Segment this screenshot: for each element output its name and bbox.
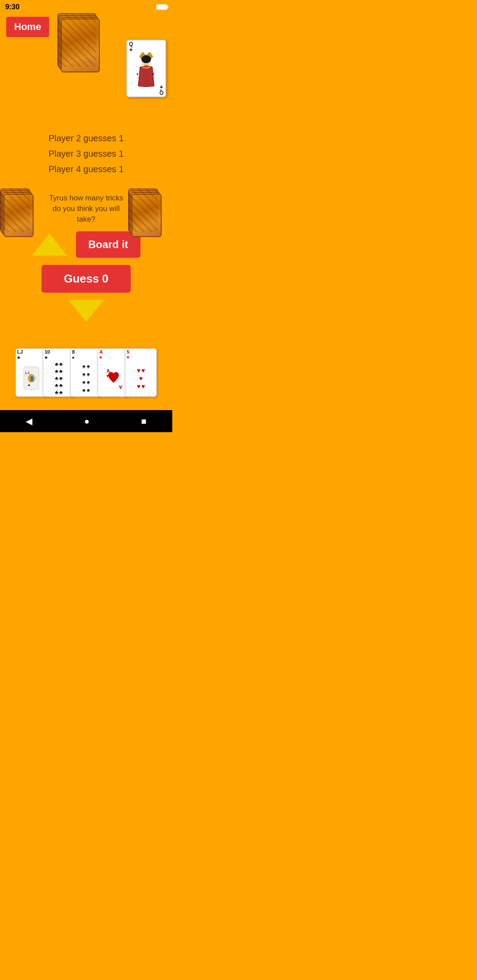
svg-text:👤: 👤 (29, 376, 35, 381)
card-figure: ♠♠ ♠♠ ♠♠ ♠♠ (71, 360, 102, 396)
top-area: Home Q♠ (0, 13, 172, 119)
guesses-area: Player 2 guesses 1 Player 3 guesses 1 Pl… (0, 119, 172, 188)
guess-display-button[interactable]: Guess 0 (42, 265, 130, 293)
card-rank: 10 (43, 349, 74, 355)
svg-text:A: A (119, 384, 122, 390)
queen-card: Q♠ ♠ ♠ (126, 40, 166, 97)
svg-point-2 (141, 55, 151, 63)
svg-point-6 (147, 61, 148, 63)
card-rank: A (98, 349, 129, 355)
nav-bar: ◀ ● ■ (0, 410, 172, 432)
player2-guess: Player 2 guesses 1 (0, 133, 172, 143)
down-arrow[interactable] (68, 300, 104, 322)
card-suit: ♣ (43, 355, 74, 360)
svg-text:♠: ♠ (152, 72, 155, 76)
card-figure: A ♥ A (98, 360, 129, 396)
nav-recent-button[interactable]: ■ (132, 414, 155, 429)
card-suit: ♠ (71, 355, 102, 360)
svg-text:LJ: LJ (25, 371, 29, 375)
status-bar: 9:30 (0, 0, 172, 13)
card-figure: LJ 👤 ♣ (16, 360, 47, 396)
status-time: 9:30 (5, 3, 19, 11)
nav-home-button[interactable]: ● (75, 414, 98, 429)
home-button[interactable]: Home (6, 17, 49, 37)
hand-card-5h[interactable]: 5 ♥ ♥♥ ♥ ♥♥ (125, 348, 157, 397)
middle-section: Tyrus how many tricks do you think you w… (0, 188, 172, 331)
nav-back-button[interactable]: ◀ (17, 413, 41, 429)
card-rank: 5 (125, 349, 156, 355)
svg-text:♣: ♣ (28, 383, 30, 387)
card-suit: ♣ (16, 355, 47, 360)
right-side-deck (128, 188, 172, 253)
card-rank: 8 (71, 349, 102, 355)
svg-point-5 (144, 61, 146, 63)
up-arrow[interactable] (32, 234, 67, 256)
queen-rank-bottom: Q♠ (159, 85, 163, 95)
card-figure: ♥♥ ♥ ♥♥ (125, 360, 156, 396)
card-suit: ♥ (125, 355, 156, 360)
top-center-deck (57, 13, 115, 84)
hand-area: LJ ♣ LJ 👤 ♣ 10 ♣ ♣♣ ♣♣ ♣ (0, 348, 172, 406)
player3-guess: Player 3 guesses 1 (0, 149, 172, 159)
svg-text:♠: ♠ (136, 72, 139, 76)
queen-rank-top: Q♠ (129, 41, 133, 52)
card-suit: ♥ (98, 355, 129, 360)
player4-guess: Player 4 guesses 1 (0, 164, 172, 174)
hand-cards: LJ ♣ LJ 👤 ♣ 10 ♣ ♣♣ ♣♣ ♣ (15, 348, 157, 397)
card-figure: ♣♣ ♣♣ ♣♣ ♣♣ ♣♣ (43, 360, 74, 396)
queen-figure: ♠ ♠ (133, 49, 159, 88)
card-rank: LJ (16, 349, 47, 355)
battery-icon (156, 4, 167, 10)
